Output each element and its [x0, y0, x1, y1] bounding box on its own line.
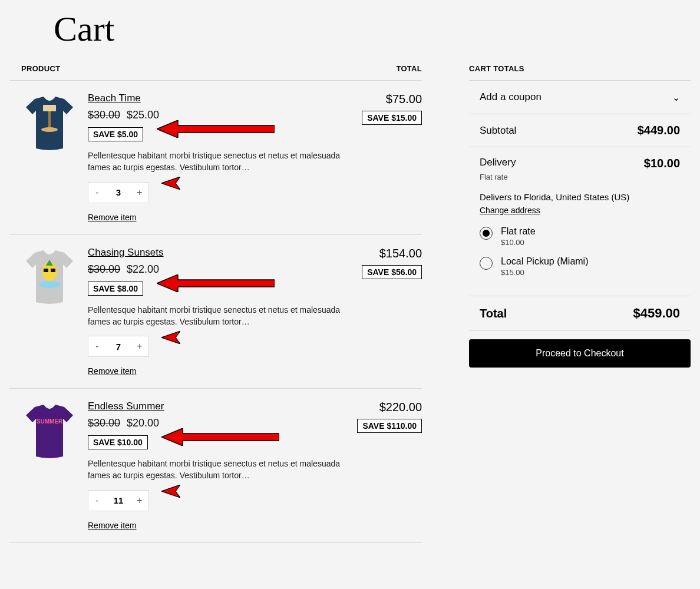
product-name-link[interactable]: Chasing Sunsets [88, 247, 164, 259]
annotation-arrow-icon [161, 485, 180, 498]
qty-value: 11 [106, 495, 131, 505]
annotation-arrow-icon [161, 331, 180, 344]
product-description: Pellentesque habitant morbi tristique se… [88, 150, 341, 174]
line-total: $154.00 [351, 247, 422, 260]
annotation-arrow-icon [161, 428, 279, 446]
col-total: TOTAL [396, 64, 422, 73]
qty-minus-button[interactable]: - [88, 336, 106, 356]
svg-rect-1 [48, 111, 51, 128]
qty-value: 3 [106, 187, 131, 197]
page-title: Cart [54, 9, 691, 49]
cart-row: Beach Time $30.00 $25.00 SAVE $5.00 Pell… [9, 81, 422, 235]
subtotal-line: Subtotal $449.00 [469, 114, 691, 147]
product-thumb[interactable] [21, 247, 77, 309]
svg-marker-11 [161, 331, 180, 344]
cart-totals-header: CART TOTALS [469, 64, 691, 80]
svg-point-2 [41, 127, 58, 132]
shipping-cost: $15.00 [501, 268, 588, 277]
annotation-arrow-icon [157, 274, 275, 292]
delivery-label: Delivery [480, 157, 516, 170]
change-address-link[interactable]: Change address [480, 206, 540, 215]
original-price: $30.00 [88, 109, 120, 121]
save-total-badge: SAVE $15.00 [362, 111, 422, 125]
qty-value: 7 [106, 342, 131, 352]
cart-totals-column: CART TOTALS Add a coupon ⌄ Subtotal $449… [469, 64, 691, 543]
qty-minus-button[interactable]: - [88, 491, 106, 511]
svg-rect-8 [51, 269, 55, 272]
line-total: $75.00 [351, 92, 422, 106]
proceed-to-checkout-button[interactable]: Proceed to Checkout [469, 339, 691, 368]
svg-rect-0 [43, 105, 56, 111]
delivery-amount: $10.00 [644, 157, 680, 170]
product-name-link[interactable]: Beach Time [88, 92, 141, 104]
original-price: $30.00 [88, 417, 120, 429]
qty-plus-button[interactable]: + [131, 183, 148, 203]
qty-plus-button[interactable]: + [131, 336, 148, 356]
delivery-method: Flat rate [480, 173, 680, 181]
shipping-cost: $10.00 [501, 238, 536, 247]
cart-row: SUMMER Endless Summer $30.00 $20.00 SAVE… [9, 389, 422, 543]
total-line: Total $459.00 [469, 296, 691, 331]
save-unit-badge: SAVE $10.00 [88, 435, 148, 449]
remove-item-link[interactable]: Remove item [88, 366, 136, 376]
sale-price: $20.00 [127, 417, 159, 429]
cart-column: PRODUCT TOTAL Beach Time $30.00 $25.00 S… [9, 64, 422, 543]
svg-marker-4 [161, 177, 180, 190]
save-unit-badge: SAVE $5.00 [88, 127, 143, 141]
product-name-link[interactable]: Endless Summer [88, 401, 164, 412]
shipping-name: Flat rate [501, 226, 536, 237]
cart-row: Chasing Sunsets $30.00 $22.00 SAVE $8.00… [9, 235, 422, 389]
svg-marker-10 [157, 274, 275, 292]
save-unit-badge: SAVE $8.00 [88, 282, 143, 296]
shipping-option-local-pickup[interactable]: Local Pickup (Miami) $15.00 [480, 256, 680, 277]
shipping-option-flat-rate[interactable]: Flat rate $10.00 [480, 226, 680, 247]
quantity-stepper[interactable]: - 7 + [88, 336, 149, 357]
product-description: Pellentesque habitant morbi tristique se… [88, 458, 341, 482]
price-line: $30.00 $25.00 [88, 109, 341, 121]
product-thumb[interactable]: SUMMER [21, 401, 77, 462]
total-amount: $459.00 [633, 306, 680, 321]
subtotal-amount: $449.00 [638, 124, 680, 137]
svg-rect-7 [44, 269, 48, 272]
svg-point-9 [39, 281, 60, 288]
subtotal-label: Subtotal [480, 125, 516, 137]
total-label: Total [480, 307, 507, 320]
price-line: $30.00 $22.00 [88, 263, 341, 276]
shipping-name: Local Pickup (Miami) [501, 256, 588, 267]
quantity-stepper[interactable]: - 3 + [88, 182, 149, 203]
radio-icon [480, 257, 493, 270]
product-thumb[interactable] [21, 92, 77, 154]
qty-minus-button[interactable]: - [88, 183, 106, 203]
add-coupon-label: Add a coupon [480, 91, 541, 103]
annotation-arrow-icon [161, 177, 180, 190]
sale-price: $25.00 [127, 109, 159, 121]
save-total-badge: SAVE $56.00 [362, 265, 422, 279]
product-description: Pellentesque habitant morbi tristique se… [88, 304, 341, 328]
price-line: $30.00 $20.00 [88, 417, 341, 429]
annotation-arrow-icon [157, 120, 275, 138]
qty-plus-button[interactable]: + [131, 491, 148, 511]
svg-marker-14 [161, 485, 180, 498]
svg-text:SUMMER: SUMMER [36, 418, 62, 425]
chevron-down-icon: ⌄ [672, 92, 680, 103]
add-coupon-toggle[interactable]: Add a coupon ⌄ [469, 81, 691, 114]
line-total: $220.00 [351, 401, 422, 414]
delivery-block: Delivery $10.00 Flat rate Delivers to Fl… [469, 147, 691, 296]
radio-icon [480, 227, 493, 240]
col-product: PRODUCT [21, 64, 60, 73]
remove-item-link[interactable]: Remove item [88, 213, 136, 222]
delivers-to: Delivers to Florida, United States (US) [480, 192, 680, 202]
save-total-badge: SAVE $110.00 [357, 419, 422, 433]
quantity-stepper[interactable]: - 11 + [88, 490, 149, 511]
sale-price: $22.00 [127, 263, 159, 275]
remove-item-link[interactable]: Remove item [88, 521, 136, 530]
original-price: $30.00 [88, 263, 120, 275]
svg-marker-13 [161, 428, 279, 446]
svg-marker-3 [157, 120, 275, 138]
